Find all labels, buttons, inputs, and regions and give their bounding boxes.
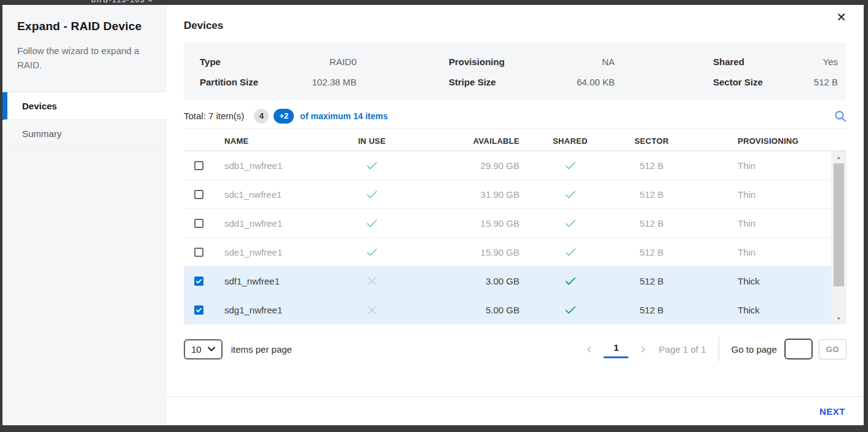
table-row[interactable]: sdd1_nwfree115.90 GB512 BThin bbox=[184, 209, 846, 238]
scroll-up-icon[interactable]: ▲ bbox=[831, 151, 846, 163]
available-size: 15.90 GB bbox=[400, 247, 526, 257]
max-items-text: of maximum 14 items bbox=[300, 111, 387, 121]
column-header-provisioning: PROVISIONING bbox=[688, 136, 846, 146]
added-count-badge: +2 bbox=[274, 109, 294, 124]
provisioning-type: Thin bbox=[688, 189, 846, 200]
info-label: Sector Size bbox=[615, 77, 787, 87]
info-label: Type bbox=[200, 57, 280, 67]
info-value: Yes bbox=[787, 57, 838, 67]
sidebar-step-summary[interactable]: Summary bbox=[2, 120, 167, 147]
next-page-icon[interactable]: › bbox=[637, 342, 649, 356]
in-use-cross-icon bbox=[344, 275, 400, 287]
device-name: sdd1_nwfree1 bbox=[213, 218, 344, 229]
raid-summary-panel: TypeRAID0ProvisioningNASharedYesPartitio… bbox=[184, 43, 846, 100]
in-use-check-icon bbox=[344, 159, 400, 172]
dialog-footer: NEXT bbox=[167, 396, 864, 425]
shared-check-icon bbox=[526, 216, 615, 230]
device-name: sdc1_nwfree1 bbox=[213, 189, 344, 200]
expand-raid-wizard-dialog: Expand - RAID Device Follow the wizard t… bbox=[2, 5, 864, 425]
row-checkbox[interactable] bbox=[194, 190, 203, 199]
vertical-scrollbar[interactable]: ▲ ▼ bbox=[831, 151, 846, 324]
info-value: 102.38 MB bbox=[280, 77, 357, 87]
info-label: Shared bbox=[615, 57, 787, 67]
table-header-row: NAMEIN USEAVAILABLESHAREDSECTORPROVISION… bbox=[184, 132, 846, 151]
chevron-down-icon bbox=[208, 347, 215, 351]
row-checkbox[interactable] bbox=[194, 248, 203, 257]
device-name: sdb1_nwfree1 bbox=[213, 160, 344, 171]
available-size: 3.00 GB bbox=[400, 276, 526, 286]
shared-check-icon bbox=[526, 159, 615, 172]
table-body: sdb1_nwfree129.90 GB512 BThinsdc1_nwfree… bbox=[184, 151, 846, 324]
sidebar-step-devices[interactable]: Devices bbox=[2, 92, 167, 120]
goto-page-label: Go to page bbox=[732, 344, 777, 355]
device-name: sdg1_nwfree1 bbox=[213, 305, 344, 315]
column-header-name: NAME bbox=[213, 136, 344, 146]
provisioning-type: Thick bbox=[688, 276, 846, 286]
device-name: sde1_nwfree1 bbox=[213, 247, 344, 257]
row-checkbox[interactable] bbox=[194, 277, 203, 286]
devices-table: NAMEIN USEAVAILABLESHAREDSECTORPROVISION… bbox=[184, 132, 846, 324]
step-label: Summary bbox=[22, 128, 61, 139]
table-row[interactable]: sde1_nwfree115.90 GB512 BThin bbox=[184, 238, 846, 267]
wizard-title: Expand - RAID Device bbox=[2, 5, 167, 33]
provisioning-type: Thin bbox=[688, 247, 846, 257]
search-icon[interactable] bbox=[834, 110, 846, 122]
info-label: Partition Size bbox=[200, 77, 280, 87]
shared-check-icon bbox=[526, 245, 615, 259]
device-name: sdf1_nwfree1 bbox=[213, 276, 344, 286]
scroll-down-icon[interactable]: ▼ bbox=[831, 312, 846, 324]
column-header-shared: SHARED bbox=[526, 136, 615, 146]
pagination-divider bbox=[719, 337, 719, 361]
wizard-main-panel: ✕ Devices TypeRAID0ProvisioningNASharedY… bbox=[167, 5, 864, 425]
in-use-cross-icon bbox=[344, 304, 400, 316]
table-row[interactable]: sdc1_nwfree131.90 GB512 BThin bbox=[184, 180, 846, 209]
provisioning-type: Thick bbox=[688, 305, 846, 315]
sector-size: 512 B bbox=[615, 305, 688, 315]
in-use-check-icon bbox=[344, 216, 400, 230]
current-page-number[interactable]: 1 bbox=[604, 340, 628, 358]
provisioning-type: Thin bbox=[688, 218, 846, 229]
go-button[interactable]: GO bbox=[819, 339, 846, 359]
next-button[interactable]: NEXT bbox=[819, 406, 845, 417]
info-value: NA bbox=[529, 57, 615, 67]
available-size: 31.90 GB bbox=[400, 189, 526, 200]
row-checkbox[interactable] bbox=[194, 161, 203, 170]
shared-check-icon bbox=[526, 274, 615, 288]
shared-check-icon bbox=[526, 303, 615, 316]
goto-page-input[interactable] bbox=[784, 339, 813, 359]
close-icon[interactable]: ✕ bbox=[836, 11, 846, 23]
provisioning-type: Thin bbox=[688, 160, 846, 171]
sector-size: 512 B bbox=[615, 247, 688, 257]
table-row[interactable]: sdf1_nwfree13.00 GB512 BThick bbox=[184, 267, 846, 296]
available-size: 5.00 GB bbox=[400, 305, 526, 315]
previous-page-icon[interactable]: ‹ bbox=[583, 342, 595, 356]
sector-size: 512 B bbox=[615, 160, 688, 171]
table-row[interactable]: sdg1_nwfree15.00 GB512 BThick bbox=[184, 296, 846, 324]
in-use-check-icon bbox=[344, 187, 400, 201]
row-checkbox[interactable] bbox=[194, 219, 203, 228]
page-size-value: 10 bbox=[191, 344, 202, 355]
info-value: 64.00 KB bbox=[529, 77, 615, 87]
wizard-sidebar: Expand - RAID Device Follow the wizard t… bbox=[2, 5, 167, 425]
column-header-in-use: IN USE bbox=[344, 136, 400, 146]
step-label: Devices bbox=[22, 101, 57, 111]
available-size: 15.90 GB bbox=[400, 218, 526, 229]
info-label: Stripe Size bbox=[357, 77, 529, 87]
page-info-text: Page 1 of 1 bbox=[659, 344, 706, 355]
shared-check-icon bbox=[526, 187, 615, 201]
info-value: RAID0 bbox=[280, 57, 357, 67]
pagination-bar: 10 items per page ‹ 1 › Page 1 of 1 Go t… bbox=[184, 336, 846, 363]
in-use-check-icon bbox=[344, 245, 400, 259]
wizard-steps: DevicesSummary bbox=[2, 92, 167, 147]
total-items-text: Total: 7 item(s) bbox=[184, 111, 244, 121]
table-row[interactable]: sdb1_nwfree129.90 GB512 BThin bbox=[184, 151, 846, 180]
column-header-sector: SECTOR bbox=[615, 136, 688, 146]
pager: ‹ 1 › Page 1 of 1 bbox=[583, 340, 706, 358]
sector-size: 512 B bbox=[615, 189, 688, 200]
column-header-available: AVAILABLE bbox=[400, 136, 526, 146]
scrollbar-thumb[interactable] bbox=[834, 163, 844, 286]
row-checkbox[interactable] bbox=[194, 305, 203, 315]
wizard-description: Follow the wizard to expand a RAID. bbox=[2, 33, 167, 72]
selected-count-badge: 4 bbox=[254, 109, 269, 124]
page-size-select[interactable]: 10 bbox=[184, 339, 223, 359]
